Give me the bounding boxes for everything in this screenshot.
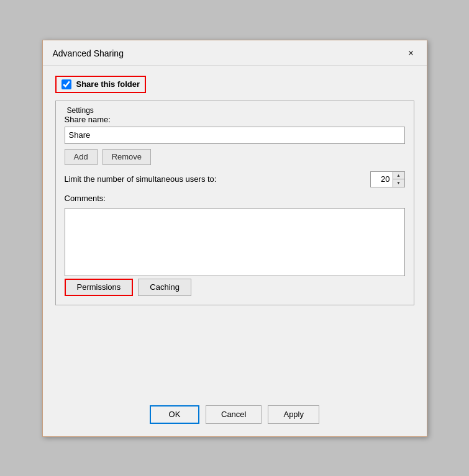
share-name-section: Share name: xyxy=(65,115,405,144)
share-name-input[interactable] xyxy=(65,127,405,144)
share-folder-checkbox[interactable] xyxy=(61,79,71,89)
caching-button[interactable]: Caching xyxy=(138,279,191,296)
cancel-button[interactable]: Cancel xyxy=(206,405,262,424)
limit-label: Limit the number of simultaneous users t… xyxy=(65,174,365,184)
comments-label: Comments: xyxy=(65,194,405,203)
permissions-caching-row: Permissions Caching xyxy=(65,279,405,296)
spinner-up-button[interactable]: ▲ xyxy=(393,172,404,179)
ok-button[interactable]: OK xyxy=(150,405,199,424)
share-folder-label[interactable]: Share this folder xyxy=(76,79,140,89)
spinner-buttons: ▲ ▼ xyxy=(393,172,404,187)
spinner-down-button[interactable]: ▼ xyxy=(393,179,404,187)
settings-group: Settings Share name: Add Remove Limit th… xyxy=(55,101,414,305)
comments-section: Comments: xyxy=(65,194,405,276)
add-button[interactable]: Add xyxy=(65,149,98,165)
dialog-footer: OK Cancel Apply xyxy=(43,398,427,426)
remove-button[interactable]: Remove xyxy=(102,149,151,165)
close-button[interactable]: × xyxy=(403,45,419,61)
share-name-label: Share name: xyxy=(65,115,405,124)
settings-legend: Settings xyxy=(65,106,405,115)
add-remove-row: Add Remove xyxy=(65,149,405,165)
user-limit-input[interactable] xyxy=(371,172,393,187)
permissions-button[interactable]: Permissions xyxy=(65,279,134,296)
user-limit-spinner: ▲ ▼ xyxy=(370,171,405,187)
limit-row: Limit the number of simultaneous users t… xyxy=(65,171,405,187)
dialog-title: Advanced Sharing xyxy=(53,48,124,58)
title-bar: Advanced Sharing × xyxy=(43,40,427,66)
comments-textarea[interactable] xyxy=(65,208,405,276)
apply-button[interactable]: Apply xyxy=(268,405,319,424)
share-folder-row: Share this folder xyxy=(55,76,147,93)
advanced-sharing-dialog: Advanced Sharing × Share this folder Set… xyxy=(42,40,427,437)
dialog-content: Share this folder Settings Share name: A… xyxy=(43,66,427,398)
